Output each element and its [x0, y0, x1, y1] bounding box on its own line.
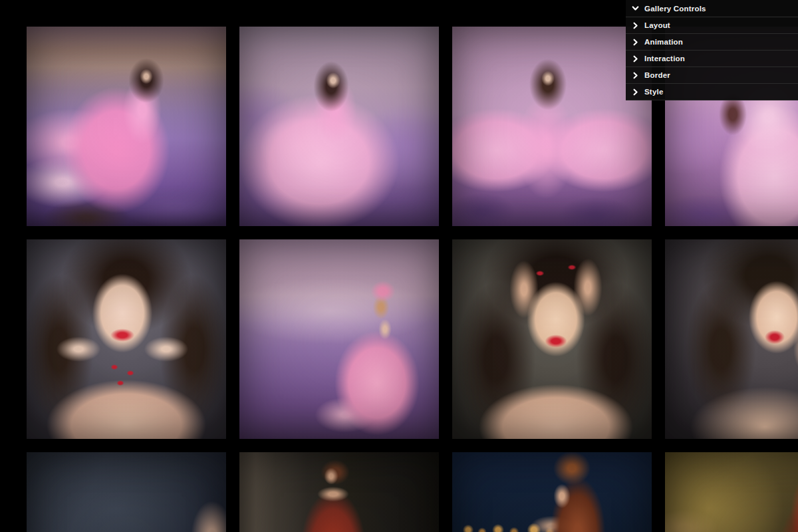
folder-label-interaction: Interaction [644, 55, 685, 63]
folder-label-animation: Animation [644, 38, 683, 46]
gallery-image-3[interactable] [452, 27, 652, 226]
panel-folder-animation[interactable]: Animation [626, 33, 798, 50]
panel-title: Gallery Controls [644, 5, 706, 13]
panel-folder-style[interactable]: Style [626, 83, 798, 100]
gallery-image-9[interactable] [27, 452, 226, 532]
gallery-image-8[interactable] [665, 239, 798, 439]
folder-label-style: Style [644, 88, 664, 96]
panel-folder-border[interactable]: Border [626, 66, 798, 83]
gallery-grid [27, 27, 798, 532]
gallery-image-11[interactable] [452, 452, 652, 532]
folder-label-border: Border [644, 71, 670, 79]
panel-folder-interaction[interactable]: Interaction [626, 50, 798, 66]
gallery-image-1[interactable] [27, 27, 226, 226]
chevron-right-icon [632, 88, 639, 96]
chevron-down-icon [632, 5, 639, 12]
gallery-image-10[interactable] [239, 452, 439, 532]
gallery-image-12[interactable] [665, 452, 798, 532]
gallery-image-2[interactable] [239, 27, 439, 226]
gallery-image-6[interactable] [239, 239, 439, 439]
chevron-right-icon [632, 22, 639, 29]
chevron-right-icon [632, 55, 639, 63]
panel-header-gallery-controls[interactable]: Gallery Controls [626, 0, 798, 17]
chevron-right-icon [632, 72, 639, 79]
gallery-page: Gallery Controls Layout Animation Intera… [0, 0, 798, 532]
gallery-image-7[interactable] [452, 239, 652, 439]
chevron-right-icon [632, 39, 639, 46]
gallery-image-5[interactable] [27, 239, 226, 439]
panel-folder-layout[interactable]: Layout [626, 17, 798, 33]
gallery-controls-panel: Gallery Controls Layout Animation Intera… [626, 0, 798, 100]
folder-label-layout: Layout [644, 21, 670, 29]
